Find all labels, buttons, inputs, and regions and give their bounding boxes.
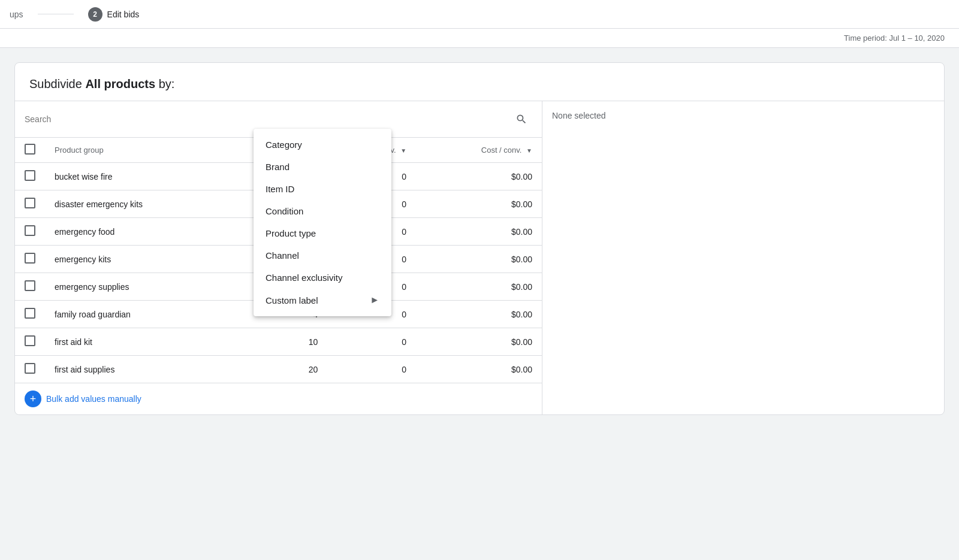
row-cost: $0.00 (416, 190, 542, 218)
dropdown-item-label: Channel (266, 250, 299, 261)
row-checkbox[interactable] (25, 253, 35, 264)
dropdown-item-brand[interactable]: Brand (254, 156, 391, 178)
row-clicks: 10 (237, 328, 328, 356)
dropdown-item-custom-label[interactable]: Custom label ► (254, 289, 391, 311)
row-checkbox-cell[interactable] (15, 218, 45, 246)
dropdown-item-label: Channel exclusivity (266, 273, 342, 283)
add-circle-button[interactable]: + (25, 391, 41, 407)
row-checkbox-cell[interactable] (15, 356, 45, 383)
search-input-wrapper (25, 114, 511, 124)
subdivide-bold: All products (85, 77, 155, 90)
row-cost: $0.00 (416, 163, 542, 190)
table-row: first aid supplies 20 0 $0.00 (15, 356, 542, 383)
col-product-group: Product group (45, 138, 237, 163)
row-checkbox[interactable] (25, 225, 35, 236)
dropdown-item-label: Custom label (266, 295, 318, 305)
sort-conv-icon: ▼ (400, 147, 406, 154)
step-1: ups (10, 10, 23, 19)
step-2: 2 Edit bids (88, 7, 140, 22)
step-1-label: ups (10, 10, 23, 19)
step-2-label: Edit bids (107, 10, 140, 19)
row-cost: $0.00 (416, 218, 542, 246)
step-line (38, 14, 74, 14)
top-navigation: ups 2 Edit bids (0, 0, 959, 29)
dropdown-item-category[interactable]: Category (254, 134, 391, 156)
row-checkbox-cell[interactable] (15, 190, 45, 218)
row-cost: $0.00 (416, 301, 542, 328)
dropdown-menu: Category Brand Item ID Condition Product… (254, 129, 391, 316)
row-product-name: emergency kits (45, 246, 237, 273)
select-all-header[interactable] (15, 138, 45, 163)
dropdown-item-condition[interactable]: Condition (254, 200, 391, 222)
dropdown-item-label: Condition (266, 206, 303, 216)
right-panel: None selected (542, 101, 944, 414)
subdivide-suffix: by: (155, 77, 174, 90)
row-cost: $0.00 (416, 273, 542, 301)
col-cost-conv[interactable]: Cost / conv. ▼ (416, 138, 542, 163)
row-product-name: first aid kit (45, 328, 237, 356)
dropdown-item-channel-exclusivity[interactable]: Channel exclusivity (254, 267, 391, 289)
search-button[interactable] (511, 108, 532, 130)
dropdown-item-label: Product type (266, 228, 316, 238)
time-period-label: Time period: Jul 1 – 10, 2020 (844, 34, 945, 43)
row-product-name: emergency supplies (45, 273, 237, 301)
row-product-name: first aid supplies (45, 356, 237, 383)
subdivide-prefix: Subdivide (29, 77, 85, 90)
chevron-right-icon: ► (370, 295, 379, 305)
time-period-bar: Time period: Jul 1 – 10, 2020 (0, 29, 959, 48)
row-cost: $0.00 (416, 246, 542, 273)
row-checkbox[interactable] (25, 335, 35, 346)
row-conv: 0 (327, 328, 416, 356)
row-checkbox-cell[interactable] (15, 301, 45, 328)
main-container: Subdivide All products by: Category Bran… (0, 48, 959, 429)
dropdown-item-product-type[interactable]: Product type (254, 222, 391, 244)
row-clicks: 20 (237, 356, 328, 383)
sort-cost-conv-icon: ▼ (526, 147, 532, 154)
dropdown-item-channel[interactable]: Channel (254, 244, 391, 267)
row-product-name: disaster emergency kits (45, 190, 237, 218)
row-checkbox[interactable] (25, 170, 35, 181)
table-row: first aid kit 10 0 $0.00 (15, 328, 542, 356)
row-checkbox[interactable] (25, 198, 35, 208)
row-checkbox[interactable] (25, 363, 35, 374)
table-section: Product group Clicks ▼ Conv. ▼ (15, 101, 944, 414)
select-all-checkbox[interactable] (25, 144, 35, 155)
search-input[interactable] (25, 114, 204, 124)
search-icon (515, 113, 527, 125)
dropdown-item-label: Item ID (266, 184, 294, 194)
row-checkbox-cell[interactable] (15, 163, 45, 190)
row-checkbox-cell[interactable] (15, 328, 45, 356)
row-product-name: bucket wise fire (45, 163, 237, 190)
bulk-add-row: + Bulk add values manually (15, 383, 542, 414)
subdivide-dropdown[interactable]: Category Brand Item ID Condition Product… (254, 129, 391, 316)
step-2-circle: 2 (88, 7, 102, 22)
row-checkbox-cell[interactable] (15, 273, 45, 301)
row-product-name: family road guardian (45, 301, 237, 328)
row-cost: $0.00 (416, 356, 542, 383)
bulk-add-link[interactable]: Bulk add values manually (46, 394, 141, 404)
row-cost: $0.00 (416, 328, 542, 356)
dropdown-item-item-id[interactable]: Item ID (254, 178, 391, 200)
product-groups-card: Subdivide All products by: Category Bran… (14, 62, 945, 415)
none-selected-label: None selected (552, 111, 606, 120)
dropdown-item-label: Brand (266, 162, 289, 172)
row-conv: 0 (327, 356, 416, 383)
row-checkbox-cell[interactable] (15, 246, 45, 273)
subdivide-header: Subdivide All products by: (15, 63, 944, 101)
row-checkbox[interactable] (25, 280, 35, 291)
dropdown-item-label: Category (266, 140, 302, 150)
row-product-name: emergency food (45, 218, 237, 246)
row-checkbox[interactable] (25, 308, 35, 319)
